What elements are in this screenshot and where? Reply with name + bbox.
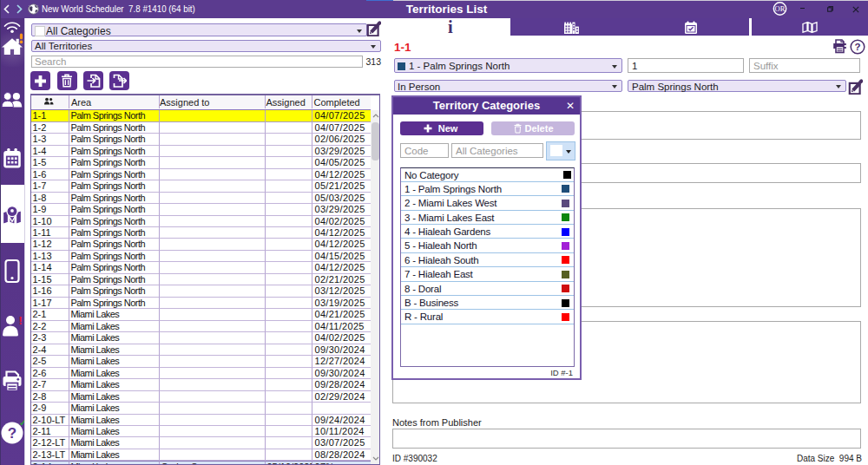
svg-text:!: ! <box>19 314 23 327</box>
svg-text:OR: OR <box>775 4 786 13</box>
svg-text:?: ? <box>8 425 16 442</box>
svg-text:✓: ✓ <box>19 417 24 428</box>
svg-text:?: ? <box>854 42 860 52</box>
